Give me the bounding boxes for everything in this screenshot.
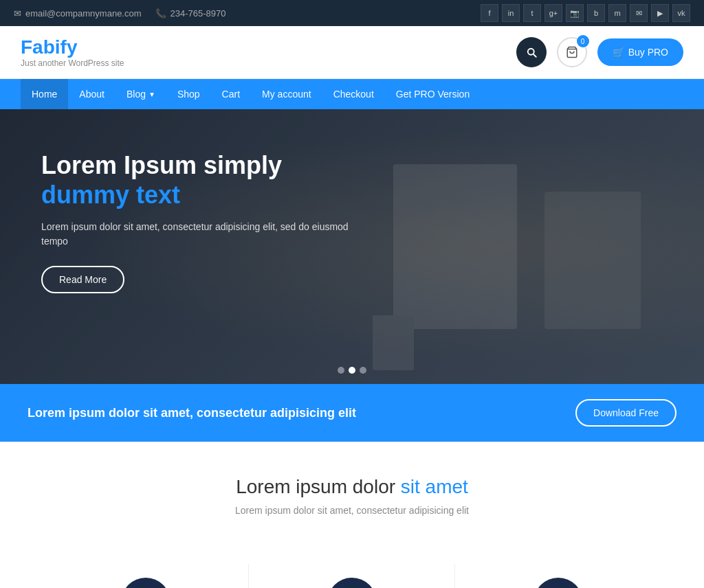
site-header: Fabify Just another WordPress site 0 🛒 B…: [0, 26, 704, 79]
slide-dot-2[interactable]: [349, 367, 355, 374]
feature-item-3: [455, 564, 661, 588]
nav-home-label: Home: [32, 89, 57, 100]
cart-icon: [566, 46, 578, 58]
top-bar-contacts: ✉ email@compamnymane.com 📞 234-765-8970: [14, 8, 226, 19]
dropdown-arrow-icon: ▼: [148, 91, 155, 98]
features-section: Lorem ipsum dolor sit amet Lorem ipsum d…: [0, 442, 704, 564]
email-icon: ✉: [14, 8, 21, 19]
nav-cart-label: Cart: [222, 89, 240, 100]
hero-title-text: Lorem Ipsum simply: [41, 151, 282, 179]
nav-checkout-label: Checkout: [333, 89, 374, 100]
feature-icon-folder: [327, 578, 377, 588]
section-subtitle: Lorem ipsum dolor sit amet, consectetur …: [28, 505, 676, 516]
hero-slide-dots: [338, 367, 366, 374]
section-title-text: Lorem ipsum dolor: [236, 476, 401, 497]
email-address: email@compamnymane.com: [25, 8, 142, 19]
hero-section: Lorem Ipsum simply dummy text Lorem ipsu…: [0, 109, 704, 384]
hero-title: Lorem Ipsum simply dummy text: [41, 150, 371, 210]
social-twitter-icon[interactable]: t: [523, 4, 541, 22]
site-logo[interactable]: Fabify Just another WordPress site: [21, 36, 124, 68]
cart-icon-small: 🛒: [613, 47, 624, 58]
download-free-button[interactable]: Download Free: [575, 399, 676, 427]
nav-blog-label: Blog: [126, 89, 146, 100]
buy-pro-button[interactable]: 🛒 Buy PRO: [597, 38, 683, 66]
feature-item-1: [43, 564, 249, 588]
nav-checkout[interactable]: Checkout: [322, 79, 385, 109]
logo-tagline: Just another WordPress site: [21, 58, 124, 68]
phone-icon: 📞: [155, 8, 166, 19]
nav-get-pro-label: Get PRO Version: [396, 89, 470, 100]
social-vk-icon[interactable]: vk: [672, 4, 690, 22]
search-icon: [525, 46, 538, 58]
social-blog-icon[interactable]: b: [587, 4, 605, 22]
social-facebook-icon[interactable]: f: [481, 4, 498, 22]
phone-contact: 📞 234-765-8970: [155, 8, 226, 19]
social-instagram-icon[interactable]: 📷: [566, 4, 584, 22]
section-title-highlight: sit amet: [401, 476, 468, 497]
nav-about-label: About: [79, 89, 104, 100]
nav-shop-label: Shop: [177, 89, 200, 100]
cta-text: Lorem ipsum dolor sit amet, consectetur …: [28, 406, 356, 420]
nav-home[interactable]: Home: [21, 79, 68, 109]
hero-content: Lorem Ipsum simply dummy text Lorem ipsu…: [0, 109, 412, 335]
header-actions: 0 🛒 Buy PRO: [516, 37, 683, 67]
social-linkedin-icon[interactable]: in: [502, 4, 520, 22]
nav-my-account-label: My account: [262, 89, 311, 100]
slide-dot-3[interactable]: [360, 367, 366, 374]
hero-subtitle: Lorem ipsum dolor sit amet, consectetur …: [41, 220, 371, 249]
feature-icon-doc: [121, 578, 170, 588]
read-more-button[interactable]: Read More: [41, 266, 124, 293]
email-contact: ✉ email@compamnymane.com: [14, 8, 142, 19]
features-row: [0, 564, 704, 588]
buy-pro-label: Buy PRO: [628, 47, 668, 58]
section-title: Lorem ipsum dolor sit amet: [28, 476, 676, 498]
svg-rect-2: [544, 192, 641, 329]
phone-number: 234-765-8970: [170, 8, 226, 19]
hero-title-highlight: dummy text: [41, 181, 180, 209]
nav-my-account[interactable]: My account: [251, 79, 322, 109]
social-googleplus-icon[interactable]: g+: [544, 4, 562, 22]
slide-dot-1[interactable]: [338, 367, 344, 374]
feature-item-2: [249, 564, 455, 588]
feature-icon-globe: [534, 578, 583, 588]
social-icons-bar: f in t g+ 📷 b m ✉ ▶ vk: [481, 4, 690, 22]
cta-banner: Lorem ipsum dolor sit amet, consectetur …: [0, 384, 704, 442]
social-youtube-icon[interactable]: ▶: [651, 4, 669, 22]
logo-letter-f: F: [21, 36, 32, 58]
nav-cart[interactable]: Cart: [211, 79, 251, 109]
search-button[interactable]: [516, 37, 547, 67]
nav-about[interactable]: About: [68, 79, 116, 109]
social-mail-icon[interactable]: ✉: [630, 4, 648, 22]
logo-text: abify: [32, 36, 77, 58]
nav-blog[interactable]: Blog ▼: [116, 79, 166, 109]
cart-button[interactable]: 0: [557, 37, 587, 67]
nav-get-pro[interactable]: Get PRO Version: [385, 79, 481, 109]
cart-badge: 0: [577, 35, 589, 47]
logo-title: Fabify: [21, 36, 124, 58]
social-messenger-icon[interactable]: m: [608, 4, 626, 22]
main-navigation: Home About Blog ▼ Shop Cart My account C…: [0, 79, 704, 109]
nav-shop[interactable]: Shop: [166, 79, 211, 109]
top-bar: ✉ email@compamnymane.com 📞 234-765-8970 …: [0, 0, 704, 26]
